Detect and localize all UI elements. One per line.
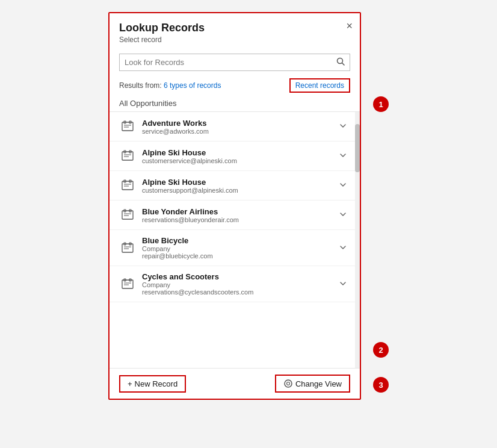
search-input[interactable] bbox=[125, 58, 336, 67]
callout-area: 1 2 3 bbox=[373, 90, 389, 400]
record-item[interactable]: Alpine Ski Housecustomerservice@alpinesk… bbox=[110, 142, 360, 171]
record-type: Company bbox=[142, 245, 336, 252]
expand-record-button[interactable] bbox=[336, 120, 350, 132]
dialog-title: Lookup Records bbox=[119, 22, 350, 34]
search-box bbox=[119, 54, 350, 71]
page-wrapper: Lookup Records Select record × Results f… bbox=[108, 12, 389, 400]
search-area bbox=[110, 49, 360, 76]
record-name: Blue Bicycle bbox=[142, 236, 336, 245]
expand-record-button[interactable] bbox=[336, 179, 350, 191]
expand-record-button[interactable] bbox=[336, 150, 350, 162]
record-info: Blue BicycleCompanyrepair@bluebicycle.co… bbox=[142, 236, 336, 260]
record-item[interactable]: Blue Yonder Airlinesreservations@blueyon… bbox=[110, 201, 360, 230]
svg-point-33 bbox=[286, 382, 289, 385]
record-name: Cycles and Scooters bbox=[142, 272, 336, 281]
record-icon bbox=[119, 177, 136, 194]
record-icon bbox=[119, 148, 136, 164]
lookup-records-dialog: Lookup Records Select record × Results f… bbox=[108, 12, 361, 400]
record-item[interactable]: Adventure Worksservice@adworks.com bbox=[110, 112, 360, 142]
results-prefix: Results from: 6 types of records bbox=[119, 81, 221, 90]
record-info: Blue Yonder Airlinesreservations@blueyon… bbox=[142, 207, 336, 223]
dialog-subtitle: Select record bbox=[119, 36, 350, 44]
close-button[interactable]: × bbox=[346, 20, 353, 31]
record-email: reservations@blueyonderair.com bbox=[142, 216, 336, 223]
record-info: Alpine Ski Housecustomersupport@alpinesk… bbox=[142, 178, 336, 194]
expand-record-button[interactable] bbox=[336, 278, 350, 290]
results-bar: Results from: 6 types of records Recent … bbox=[110, 76, 360, 96]
expand-record-button[interactable] bbox=[336, 209, 350, 221]
record-email: reservations@cyclesandscooters.com bbox=[142, 288, 336, 296]
records-list: Adventure Worksservice@adworks.com Alpin… bbox=[110, 111, 360, 368]
record-icon bbox=[119, 207, 136, 223]
record-item[interactable]: Cycles and ScootersCompanyreservations@c… bbox=[110, 266, 360, 302]
expand-record-button[interactable] bbox=[336, 242, 350, 254]
record-info: Cycles and ScootersCompanyreservations@c… bbox=[142, 272, 336, 296]
record-item[interactable]: Alpine Ski Housecustomersupport@alpinesk… bbox=[110, 171, 360, 201]
recent-records-button[interactable]: Recent records bbox=[289, 78, 350, 93]
record-icon bbox=[119, 240, 136, 257]
record-name: Adventure Works bbox=[142, 119, 336, 128]
callout-badge-1: 1 bbox=[373, 96, 389, 112]
record-email: customersupport@alpineski.com bbox=[142, 187, 336, 194]
change-view-button[interactable]: Change View bbox=[275, 375, 350, 393]
change-view-label: Change View bbox=[295, 379, 342, 388]
search-button[interactable] bbox=[336, 57, 345, 67]
svg-point-32 bbox=[285, 380, 292, 387]
record-email: service@adworks.com bbox=[142, 128, 336, 135]
record-icon bbox=[119, 276, 136, 293]
record-name: Alpine Ski House bbox=[142, 178, 336, 187]
record-name: Alpine Ski House bbox=[142, 148, 336, 157]
record-email: repair@bluebicycle.com bbox=[142, 252, 336, 260]
section-label: All Opportunities bbox=[110, 96, 360, 111]
callout-badge-3: 3 bbox=[373, 377, 389, 393]
callout-badge-2: 2 bbox=[373, 342, 389, 358]
new-record-button[interactable]: + New Record bbox=[119, 375, 186, 393]
dialog-header: Lookup Records Select record × bbox=[110, 13, 360, 49]
record-item[interactable]: Blue BicycleCompanyrepair@bluebicycle.co… bbox=[110, 230, 360, 266]
types-of-records-link[interactable]: 6 types of records bbox=[164, 81, 221, 90]
svg-line-1 bbox=[342, 63, 345, 66]
new-record-label: New Record bbox=[135, 379, 178, 388]
new-record-icon: + bbox=[128, 379, 132, 388]
record-icon bbox=[119, 118, 136, 135]
scrollbar-thumb[interactable] bbox=[355, 124, 360, 172]
record-email: customerservice@alpineski.com bbox=[142, 157, 336, 164]
record-name: Blue Yonder Airlines bbox=[142, 207, 336, 216]
record-type: Company bbox=[142, 281, 336, 288]
dialog-footer: + New Record Change View bbox=[110, 368, 360, 399]
record-info: Alpine Ski Housecustomerservice@alpinesk… bbox=[142, 148, 336, 164]
record-info: Adventure Worksservice@adworks.com bbox=[142, 119, 336, 135]
search-icon bbox=[336, 57, 345, 66]
scrollbar-track[interactable] bbox=[355, 112, 360, 368]
change-view-icon bbox=[283, 379, 293, 388]
